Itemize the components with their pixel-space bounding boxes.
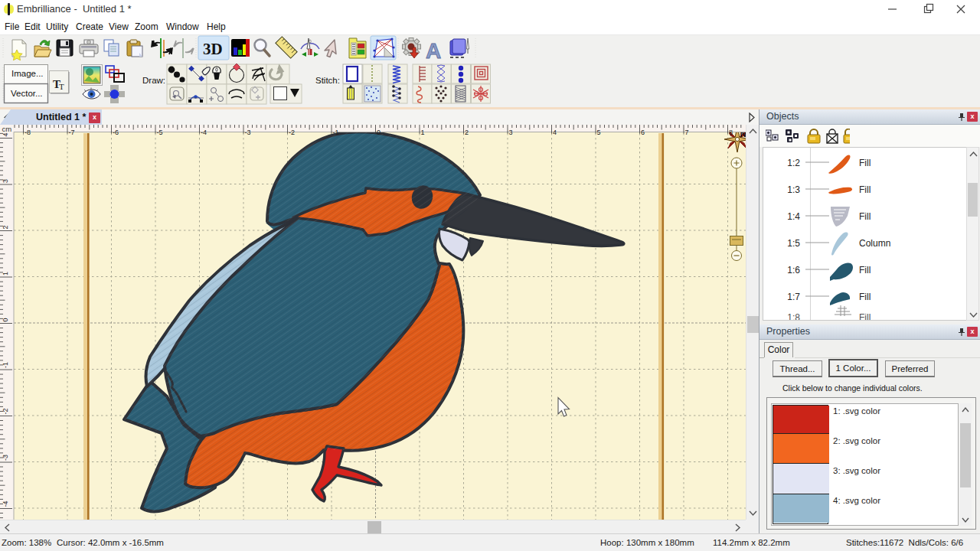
svg-text:3D: 3D	[203, 40, 223, 58]
svg-text:Draw:: Draw:	[142, 76, 165, 85]
svg-text:0: 0	[377, 129, 381, 136]
svg-text:-1: -1	[333, 129, 339, 136]
svg-text:Vector...: Vector...	[11, 89, 43, 98]
svg-text:1:6: 1:6	[787, 265, 800, 276]
svg-text:-4: -4	[2, 500, 9, 507]
svg-text:-3: -3	[2, 455, 9, 461]
svg-text:2: 2	[2, 225, 9, 229]
svg-text:-2: -2	[2, 408, 9, 414]
svg-text:Column: Column	[859, 238, 890, 249]
svg-text:-3: -3	[245, 129, 251, 136]
svg-text:6: 6	[641, 129, 645, 136]
svg-text:-7: -7	[69, 129, 75, 136]
svg-text:1:3: 1:3	[787, 184, 800, 195]
svg-text:1:2: 1:2	[787, 158, 800, 168]
svg-text:Fill: Fill	[859, 312, 871, 321]
svg-text:1: 1	[421, 129, 425, 136]
svg-text:Fill: Fill	[859, 158, 871, 168]
svg-text:3: 3	[2, 179, 9, 183]
svg-text:8: 8	[729, 129, 733, 136]
svg-text:7: 7	[685, 129, 689, 136]
svg-text:Fill: Fill	[859, 265, 871, 276]
svg-text:-6: -6	[113, 129, 119, 136]
svg-text:Fill: Fill	[859, 211, 871, 222]
svg-text:2: 2	[465, 129, 469, 136]
svg-text:0: 0	[2, 318, 9, 321]
svg-text:Image...: Image...	[11, 69, 44, 78]
svg-text:Fill: Fill	[859, 292, 871, 302]
svg-text:Stitch:: Stitch:	[315, 76, 340, 85]
svg-text:T: T	[59, 82, 64, 91]
svg-text:1:8: 1:8	[787, 312, 800, 321]
svg-text:1:4: 1:4	[787, 211, 800, 222]
svg-text:cm: cm	[2, 125, 12, 133]
svg-text:-8: -8	[24, 129, 31, 136]
svg-text:5: 5	[597, 129, 601, 136]
svg-text:1:5: 1:5	[787, 238, 800, 249]
svg-text:4: 4	[553, 129, 557, 136]
svg-text:-2: -2	[289, 129, 295, 136]
svg-text:Fill: Fill	[859, 184, 871, 195]
svg-text:1: 1	[2, 272, 9, 276]
svg-text:-1: -1	[2, 362, 9, 368]
svg-text:1:7: 1:7	[787, 292, 800, 302]
svg-text:A: A	[426, 39, 441, 63]
svg-text:-4: -4	[201, 129, 207, 136]
svg-text:3: 3	[509, 129, 513, 136]
svg-text:4: 4	[2, 132, 9, 136]
svg-text:-5: -5	[157, 129, 163, 136]
